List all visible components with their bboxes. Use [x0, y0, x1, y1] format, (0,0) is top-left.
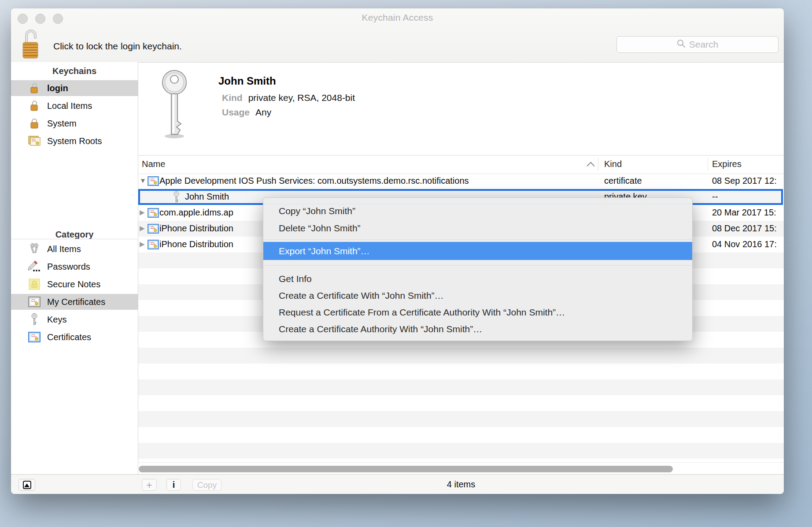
lock-open-icon[interactable]	[22, 28, 40, 61]
sidebar-item-secure-notes[interactable]: Secure Notes	[11, 276, 138, 292]
row-expires: 04 Nov 2016 17:	[712, 239, 783, 249]
disclosure-expanded-icon[interactable]: ▼	[140, 177, 147, 184]
row-expires: 08 Dec 2017 15:	[712, 223, 783, 234]
desktop-background: Keychain Access	[0, 0, 812, 527]
row-kind: certificate	[604, 176, 642, 186]
lock-closed-icon	[28, 118, 41, 129]
toggle-keychains-button[interactable]	[18, 479, 35, 491]
row-expires: 20 Mar 2017 15:	[712, 208, 783, 218]
column-header-kind[interactable]: Kind	[604, 159, 622, 169]
sidebar-item-label: Secure Notes	[47, 279, 100, 289]
menu-item-copy[interactable]: Copy “John Smith”	[263, 202, 692, 219]
menu-separator	[263, 260, 692, 271]
certificate-gray-icon	[28, 297, 41, 307]
menu-item-delete[interactable]: Delete “John Smith”	[263, 219, 692, 237]
certificate-stack-icon	[28, 136, 41, 146]
detail-field-usage: Usage Any	[222, 107, 271, 118]
row-expires: --	[712, 192, 780, 202]
sidebar-item-label: Keys	[47, 315, 66, 325]
table-header: Name Kind Expires	[138, 155, 784, 174]
lock-open-icon	[28, 82, 41, 94]
field-value: Any	[255, 107, 271, 118]
sidebar-item-all-items[interactable]: All Items	[11, 241, 138, 257]
search-icon	[677, 39, 686, 50]
menu-item-get-info[interactable]: Get Info	[263, 271, 692, 287]
lock-status-message: Click to lock the login keychain.	[53, 41, 182, 52]
certificate-blue-icon	[28, 332, 41, 342]
sidebar-header-keychains: Keychains	[11, 66, 138, 76]
search-input[interactable]: Search	[616, 36, 779, 53]
sidebar-item-passwords[interactable]: Passwords	[11, 259, 138, 275]
row-name: iPhone Distribution	[159, 239, 233, 249]
sidebar-item-label: System	[47, 119, 77, 129]
field-label: Usage	[222, 107, 250, 118]
detail-title: John Smith	[218, 75, 276, 87]
sidebar-item-system[interactable]: System	[11, 115, 138, 131]
table-row[interactable]: ▼ Apple Development IOS Push Services: c…	[138, 173, 784, 189]
items-count: 4 items	[138, 479, 784, 490]
certificate-blue-icon	[148, 176, 159, 188]
row-name: com.apple.idms.ap	[159, 208, 233, 218]
menu-item-export[interactable]: Export “John Smith”…	[263, 242, 692, 260]
column-divider[interactable]	[708, 158, 708, 171]
menu-item-create-certificate[interactable]: Create a Certificate With “John Smith”…	[263, 287, 692, 304]
pencil-icon	[28, 261, 41, 272]
sidebar-item-label: Certificates	[47, 332, 91, 342]
sidebar-item-my-certificates[interactable]: My Certificates	[11, 294, 138, 310]
field-value: private key, RSA, 2048-bit	[248, 93, 355, 103]
window-header: Keychain Access	[11, 8, 784, 63]
sidebar-item-label: Passwords	[47, 262, 90, 272]
field-label: Kind	[222, 93, 243, 103]
sidebar-item-label: My Certificates	[47, 297, 105, 307]
sidebar-item-local-items[interactable]: Local Items	[11, 98, 138, 114]
sidebar-item-label: System Roots	[47, 136, 102, 146]
detail-field-kind: Kind private key, RSA, 2048-bit	[222, 93, 355, 103]
sidebar-item-keys[interactable]: Keys	[11, 312, 138, 327]
key-icon	[160, 69, 191, 141]
horizontal-scrollbar[interactable]	[139, 466, 673, 472]
sidebar-header-category: Category	[11, 230, 138, 240]
row-name: Apple Development IOS Push Services: com…	[159, 176, 469, 186]
sidebar-item-login[interactable]: login	[11, 80, 138, 96]
certificate-blue-icon	[148, 224, 159, 236]
panel-toggle-icon	[23, 481, 31, 489]
menu-item-create-certificate-authority[interactable]: Create a Certificate Authority With “Joh…	[263, 321, 692, 338]
keys-bunch-icon	[28, 243, 41, 255]
category-divider	[11, 239, 138, 239]
row-name: John Smith	[185, 192, 229, 202]
sidebar-item-label: All Items	[47, 244, 81, 254]
sidebar-item-label: Local Items	[47, 101, 92, 111]
disclosure-collapsed-icon[interactable]: ▶	[140, 224, 147, 232]
row-expires: 08 Sep 2017 12:	[712, 176, 783, 186]
disclosure-collapsed-icon[interactable]: ▶	[140, 208, 147, 216]
scrollbar-track-divider	[138, 462, 784, 463]
menu-separator	[263, 237, 692, 242]
sidebar-item-certificates[interactable]: Certificates	[11, 329, 138, 345]
sidebar-item-system-roots[interactable]: System Roots	[11, 133, 138, 149]
secure-note-icon	[28, 278, 41, 290]
menu-item-request-certificate[interactable]: Request a Certificate From a Certificate…	[263, 304, 692, 321]
sort-ascending-icon	[587, 162, 594, 170]
lock-open-icon	[28, 100, 41, 111]
column-header-name[interactable]: Name	[142, 159, 165, 169]
disclosure-collapsed-icon[interactable]: ▶	[140, 240, 147, 248]
column-header-expires[interactable]: Expires	[712, 159, 742, 169]
certificate-blue-icon	[148, 240, 159, 252]
window-title: Keychain Access	[11, 12, 784, 23]
sidebar-item-label: login	[47, 83, 68, 93]
keychain-access-window: Keychain Access	[11, 8, 784, 494]
search-placeholder: Search	[689, 39, 719, 50]
certificate-blue-icon	[148, 208, 159, 220]
key-icon	[28, 313, 41, 326]
key-icon	[173, 191, 180, 206]
row-name: iPhone Distribution	[159, 223, 233, 234]
column-divider[interactable]	[598, 158, 598, 171]
context-menu: Copy “John Smith” Delete “John Smith” Ex…	[263, 197, 693, 341]
status-bar: + i Copy 4 items	[11, 474, 784, 494]
